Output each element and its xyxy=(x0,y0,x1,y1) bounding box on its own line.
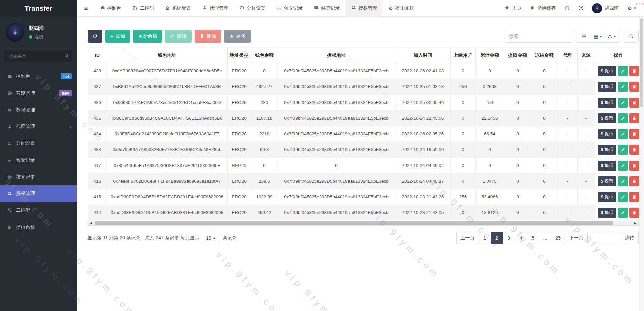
sidebar-item-claims[interactable]: 领取记录 xyxy=(0,152,77,169)
refresh-button[interactable] xyxy=(88,30,102,43)
page-button[interactable]: 3 xyxy=(503,232,515,244)
withdraw-button[interactable]: $提币 xyxy=(598,66,616,76)
search-toggle-button[interactable] xyxy=(624,30,639,43)
page-button[interactable]: 5 xyxy=(527,232,539,244)
table-row[interactable]: 433 0x9d76e94A7A8b082BdF77F3B1E368fCA4c4… xyxy=(88,142,642,158)
sidebar-item-withdraw-system[interactable]: ⚙ 提币系统 xyxy=(0,219,77,236)
withdraw-button[interactable]: $提币 xyxy=(598,145,616,155)
sidebar-item-authorizations[interactable]: 授权管理 xyxy=(0,185,77,202)
page-button[interactable]: 1 xyxy=(479,232,491,244)
clear-cache-link[interactable]: 清除缓存 xyxy=(526,5,560,11)
withdraw-button[interactable]: $提币 xyxy=(598,113,616,123)
withdraw-button[interactable]: $提币 xyxy=(598,82,616,92)
withdraw-button[interactable]: $提币 xyxy=(598,208,616,218)
delete-row-button[interactable] xyxy=(629,145,639,155)
table-row[interactable]: 414 0xadD38E9D8A4D5B15D62EABD331E4cd90F8… xyxy=(88,205,642,221)
sidebar-item-dividends[interactable]: 分红设置 xyxy=(0,135,77,152)
brand-title[interactable]: Transfer xyxy=(0,0,77,17)
col-total-amount[interactable]: 累计金额 xyxy=(475,48,504,63)
col-source[interactable]: 来源 xyxy=(577,48,595,63)
update-balance-button[interactable]: 更新余额 xyxy=(133,30,162,43)
sidebar-item-settlements[interactable]: CS 结算记录 xyxy=(0,169,77,185)
delete-row-button[interactable] xyxy=(629,98,639,108)
tab-agents[interactable]: 代理管理 xyxy=(197,0,234,16)
user-menu[interactable]: ♦ 赵四海 xyxy=(588,3,623,13)
fullscreen-icon[interactable] xyxy=(574,6,588,11)
table-search-input[interactable] xyxy=(505,30,572,43)
vertical-scroll-thumb[interactable] xyxy=(640,18,643,107)
vertical-scrollbar[interactable] xyxy=(639,17,644,311)
scroll-left-arrow-icon[interactable]: ◀ xyxy=(88,221,94,225)
table-row[interactable]: 437 0xB861Ab22Ced8bf89f8f52306C1b887DFFE… xyxy=(88,79,642,95)
edit-row-button[interactable] xyxy=(618,113,628,123)
sidebar-item-agents[interactable]: 代理管理 ‹ xyxy=(0,118,77,135)
edit-row-button[interactable] xyxy=(618,176,628,186)
col-parent-user[interactable]: 上级用户 xyxy=(450,48,475,63)
page-button[interactable]: 25 xyxy=(551,232,565,244)
col-withdraw-amount[interactable]: 提取金额 xyxy=(504,48,531,63)
add-button[interactable]: + 添加 xyxy=(105,30,130,43)
col-wallet-address[interactable]: 钱包地址 xyxy=(107,48,227,63)
delete-row-button[interactable] xyxy=(629,66,639,76)
jump-page-input[interactable] xyxy=(592,232,615,244)
edit-row-button[interactable] xyxy=(618,208,628,218)
edit-row-button[interactable] xyxy=(618,82,628,92)
edit-row-button[interactable] xyxy=(618,66,628,76)
page-size-select[interactable]: 10 xyxy=(202,233,220,243)
table-row[interactable]: 436 0x90930D7fAFCA65A78ecf565122BD1cea9F… xyxy=(88,95,642,110)
page-button[interactable]: 4 xyxy=(515,232,527,244)
window-restore-icon[interactable] xyxy=(560,6,574,11)
table-row[interactable]: 434 0x9F6D40Cd2142398C2f8cfcf319E3c6760A… xyxy=(88,126,642,142)
edit-row-button[interactable] xyxy=(618,192,628,202)
delete-row-button[interactable] xyxy=(629,208,639,218)
page-button[interactable]: 下一页 xyxy=(565,232,588,244)
withdraw-button[interactable]: $提币 xyxy=(598,129,616,139)
home-link[interactable]: 主页 xyxy=(500,5,526,11)
edit-row-button[interactable] xyxy=(618,161,628,171)
col-id[interactable]: ID xyxy=(88,48,107,63)
col-agent[interactable]: 代理 xyxy=(558,48,577,63)
sidebar-item-permissions[interactable]: 权限管理 xyxy=(0,102,77,118)
tab-settlements[interactable]: CS 结算记录 xyxy=(308,0,345,16)
tab-withdraw-system[interactable]: ⚙ 提币系统 xyxy=(383,0,420,16)
table-row[interactable]: 438 0xdAB389284cC9073F6D27F81b948E098ddA… xyxy=(88,63,642,79)
col-auth-address[interactable]: 授权地址 xyxy=(278,48,395,63)
delete-row-button[interactable] xyxy=(629,192,639,202)
col-wallet-balance[interactable]: 钱包余额 xyxy=(251,48,278,63)
horizontal-scroll-thumb[interactable] xyxy=(95,221,613,225)
edit-button[interactable]: 编辑 xyxy=(165,30,192,43)
withdraw-button[interactable]: $提币 xyxy=(598,161,616,171)
tab-qrcode[interactable]: 二维码 xyxy=(127,0,160,16)
delete-row-button[interactable] xyxy=(629,82,639,92)
tab-authorizations[interactable]: 授权管理 xyxy=(345,0,383,16)
col-frozen-amount[interactable]: 冻结金额 xyxy=(531,48,558,63)
export-button[interactable] xyxy=(605,30,619,43)
withdraw-button[interactable]: $提币 xyxy=(598,176,616,186)
page-button[interactable]: ... xyxy=(539,232,552,244)
tab-dividends[interactable]: 分红设置 xyxy=(234,0,271,16)
sidebar-item-general[interactable]: ⚙⚙ 常规管理 new xyxy=(0,85,77,102)
avatar[interactable]: ♦ xyxy=(6,23,24,42)
delete-row-button[interactable] xyxy=(629,176,639,186)
scroll-right-arrow-icon[interactable]: ▶ xyxy=(633,221,638,225)
jump-button[interactable]: 跳转 xyxy=(620,232,639,244)
withdraw-button[interactable]: $提币 xyxy=(598,192,616,202)
tab-system-config[interactable]: ⚙ 系统配置 xyxy=(160,0,197,16)
menu-search-input[interactable] xyxy=(5,50,72,62)
edit-row-button[interactable] xyxy=(618,129,628,139)
columns-button[interactable]: ▦ xyxy=(591,30,605,43)
page-button[interactable]: 2 xyxy=(491,232,503,244)
tab-dashboard[interactable]: 控制台 xyxy=(95,0,127,16)
menu-toggle-icon[interactable]: ≡ xyxy=(77,0,95,16)
col-join-time[interactable]: 加入时间 xyxy=(395,48,450,63)
tab-claims[interactable]: 领取记录 xyxy=(271,0,308,16)
table-row[interactable]: 415 0xadD38E9D8A4D5B15D62EABD331E4cd90F8… xyxy=(88,189,642,205)
page-button[interactable]: 上一页 xyxy=(456,232,479,244)
delete-row-button[interactable] xyxy=(629,113,639,123)
edit-row-button[interactable] xyxy=(618,145,628,155)
sidebar-item-qrcode[interactable]: 二维码 xyxy=(0,202,77,219)
delete-button[interactable]: 删除 xyxy=(195,30,221,43)
more-button[interactable]: ⚙ 更多 xyxy=(224,30,250,43)
col-address-type[interactable]: 地址类型 xyxy=(227,48,251,63)
table-row[interactable]: 435 0x86C9fCb66d95cB4C9A10CD4AFF56E1124A… xyxy=(88,110,642,126)
